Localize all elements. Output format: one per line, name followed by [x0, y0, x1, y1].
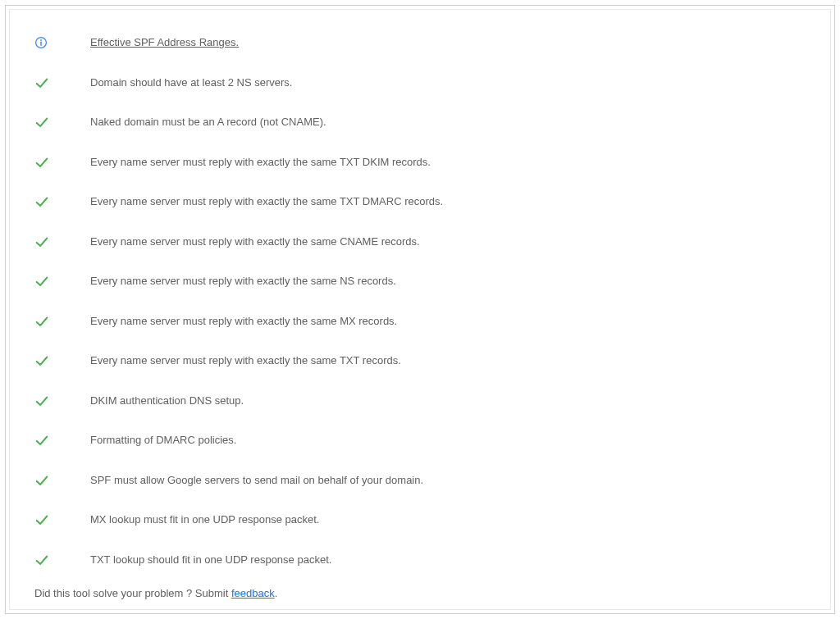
check-text: Every name server must reply with exactl…: [90, 235, 420, 248]
check-icon: [34, 274, 49, 289]
check-text: Every name server must reply with exactl…: [90, 156, 431, 169]
check-text: Every name server must reply with exactl…: [90, 275, 396, 288]
check-icon-cell: [34, 115, 90, 130]
check-icon-cell: [34, 433, 90, 448]
check-text: Every name server must reply with exactl…: [90, 195, 443, 208]
check-row: Every name server must reply with exactl…: [34, 222, 806, 262]
check-text: Domain should have at least 2 NS servers…: [90, 76, 292, 89]
check-icon-cell: [34, 394, 90, 408]
check-row: Domain should have at least 2 NS servers…: [34, 63, 806, 103]
check-link[interactable]: Effective SPF Address Ranges.: [90, 36, 239, 49]
check-row: MX lookup must fit in one UDP response p…: [34, 500, 806, 540]
check-row: Effective SPF Address Ranges.: [34, 23, 806, 63]
check-icon: [34, 194, 49, 209]
svg-point-1: [40, 39, 42, 41]
check-icon: [34, 234, 49, 249]
check-icon-cell: [34, 512, 90, 527]
check-row: DKIM authentication DNS setup.: [34, 381, 806, 421]
feedback-link[interactable]: feedback: [231, 587, 275, 599]
check-row: Every name server must reply with exactl…: [34, 143, 806, 183]
check-icon: [34, 314, 49, 329]
check-row: Every name server must reply with exactl…: [34, 182, 806, 222]
check-row: Every name server must reply with exactl…: [34, 262, 806, 302]
check-icon-cell: [34, 473, 90, 488]
check-row: Every name server must reply with exactl…: [34, 302, 806, 342]
results-panel: Effective SPF Address Ranges.Domain shou…: [9, 9, 831, 610]
check-text: DKIM authentication DNS setup.: [90, 394, 244, 407]
footer-suffix: .: [275, 587, 278, 599]
check-row: Formatting of DMARC policies.: [34, 421, 806, 461]
check-row: Naked domain must be an A record (not CN…: [34, 102, 806, 143]
check-icon-cell: [34, 36, 90, 49]
check-text: MX lookup must fit in one UDP response p…: [90, 513, 319, 526]
checks-list: Effective SPF Address Ranges.Domain shou…: [34, 23, 806, 582]
check-icon: [34, 553, 49, 567]
check-icon: [34, 512, 49, 527]
check-text: Formatting of DMARC policies.: [90, 434, 236, 447]
footer-prefix: Did this tool solve your problem ? Submi…: [34, 587, 231, 599]
check-row: Every name server must reply with exactl…: [34, 341, 806, 381]
check-icon-cell: [34, 553, 90, 567]
check-icon-cell: [34, 353, 90, 368]
check-icon: [34, 155, 49, 170]
check-icon: [34, 75, 49, 90]
check-text: Naked domain must be an A record (not CN…: [90, 116, 326, 129]
check-icon-cell: [34, 314, 90, 329]
check-text: SPF must allow Google servers to send ma…: [90, 474, 423, 487]
check-icon-cell: [34, 155, 90, 170]
check-icon-cell: [34, 75, 90, 90]
check-icon: [34, 115, 49, 130]
check-row: TXT lookup should fit in one UDP respons…: [34, 540, 806, 580]
check-icon: [34, 353, 49, 368]
check-icon-cell: [34, 194, 90, 209]
check-icon: [34, 433, 49, 448]
check-row: SPF must allow Google servers to send ma…: [34, 461, 806, 501]
outer-border: Effective SPF Address Ranges.Domain shou…: [5, 5, 835, 614]
check-text: TXT lookup should fit in one UDP respons…: [90, 553, 331, 567]
check-icon-cell: [34, 234, 90, 249]
check-text: Every name server must reply with exactl…: [90, 315, 397, 328]
check-icon: [34, 394, 49, 408]
check-icon-cell: [34, 274, 90, 289]
info-icon: [34, 36, 48, 49]
check-text: Every name server must reply with exactl…: [90, 354, 401, 367]
feedback-footer: Did this tool solve your problem ? Submi…: [34, 582, 806, 599]
check-icon: [34, 473, 49, 488]
